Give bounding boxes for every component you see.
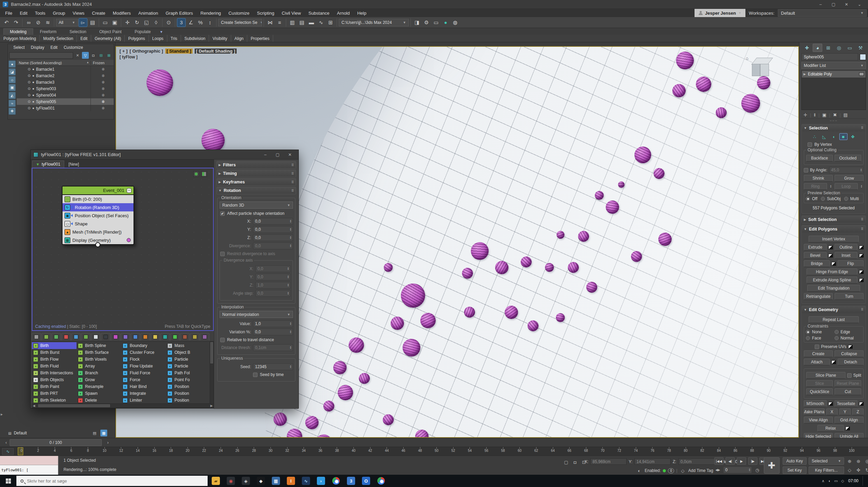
depot-operator-position[interactable]: ▪Position bbox=[166, 390, 210, 397]
divergence-field[interactable]: 0,0 ▲▼ bbox=[253, 242, 293, 249]
visibility-eye-icon[interactable]: ⊙ bbox=[28, 67, 30, 71]
depot-category-tab-5[interactable] bbox=[81, 333, 90, 340]
spinner-arrows-icon[interactable]: ▲▼ bbox=[289, 236, 293, 239]
visibility-eye-icon[interactable]: ⊙ bbox=[28, 80, 30, 84]
timeline-tick-20[interactable]: 20 bbox=[185, 447, 190, 456]
y-coordinate-field[interactable]: 14,941cm bbox=[634, 458, 671, 465]
cache-toggle-icon[interactable] bbox=[201, 171, 207, 177]
depot-operator-birth-prt[interactable]: ▪Birth PRT bbox=[32, 390, 76, 397]
time-slider-handle[interactable]: 0 / 100 bbox=[10, 439, 102, 446]
element-icon[interactable]: ❖ bbox=[849, 133, 857, 140]
edge-icon[interactable]: ◺ bbox=[820, 133, 828, 140]
depot-category-tab-7[interactable] bbox=[101, 333, 110, 340]
spinner-arrows-icon[interactable]: ▲▼ bbox=[286, 267, 290, 270]
taskbar-app-viewer[interactable]: ◈ bbox=[238, 475, 253, 487]
select-placement-icon[interactable]: ◊ bbox=[152, 18, 160, 27]
explorer-row-sphere004[interactable]: ⊙●Sphere004❄ bbox=[17, 92, 114, 98]
timeline-tick-54[interactable]: 54 bbox=[467, 447, 472, 456]
operator-mesh[interactable]: ▲Mesh (TriMesh [Render]) bbox=[62, 228, 134, 236]
frozen-snowflake-icon[interactable]: ❄ bbox=[101, 73, 105, 78]
extrude-along-spline-settings-icon[interactable] bbox=[859, 278, 864, 282]
ribbon-tab-modeling[interactable]: Modeling bbox=[3, 28, 33, 35]
show-desktop-button[interactable] bbox=[863, 476, 864, 486]
ribbon-group-modify-selection[interactable]: Modify Selection bbox=[40, 35, 77, 42]
taskbar-app-3dsmax[interactable]: 3 bbox=[344, 475, 359, 487]
track-bar[interactable]: ∿ 02468101214161820222426283032343638404… bbox=[0, 447, 868, 456]
viewcube-top-face[interactable] bbox=[751, 58, 773, 65]
relax-settings-icon[interactable] bbox=[845, 427, 850, 430]
taskbar-app-chrome[interactable] bbox=[328, 475, 344, 487]
tray-chevron-icon[interactable]: ∧ bbox=[822, 479, 824, 483]
percent-snap-icon[interactable]: % bbox=[196, 18, 205, 27]
viewport-menu-view[interactable]: [ Orthographic ] bbox=[129, 48, 163, 54]
hierarchy-tab-icon[interactable]: ⊞ bbox=[824, 44, 833, 52]
maximize-icon[interactable]: ▢ bbox=[828, 1, 839, 8]
operator-birth[interactable]: ∷Birth (0-0: 200) bbox=[62, 195, 134, 203]
checkbox-icon[interactable] bbox=[808, 142, 812, 147]
by-vertex-checkbox[interactable]: By Vertex bbox=[808, 142, 863, 147]
border-icon[interactable]: ◖ bbox=[830, 133, 838, 140]
timeline-tick-8[interactable]: 8 bbox=[86, 447, 90, 456]
depot-operator-hair-bind[interactable]: ▪Hair Bind bbox=[121, 383, 166, 390]
project-folder-field[interactable]: C:\Users\jj\...\3ds Max 2024▼ bbox=[339, 19, 409, 26]
bridge-settings-icon[interactable] bbox=[831, 262, 836, 266]
explorer-menu-edit[interactable]: Edit bbox=[48, 45, 60, 50]
taskbar-app-explorer[interactable]: ▰ bbox=[208, 475, 223, 487]
timeline-tick-14[interactable]: 14 bbox=[135, 447, 140, 456]
select-by-name-icon[interactable]: ▤ bbox=[88, 18, 97, 27]
rendered-frame-icon[interactable]: ▭ bbox=[432, 18, 440, 27]
tyflow-tab-tyflow001[interactable]: ▼tyFlow001 bbox=[32, 161, 64, 168]
depot-category-tab-4[interactable] bbox=[71, 333, 81, 340]
create-tab-icon[interactable]: ✚ bbox=[802, 44, 812, 52]
menu-views[interactable]: Views bbox=[69, 9, 88, 17]
axis-value-field[interactable]: 1,0▲▼ bbox=[255, 282, 291, 289]
go-to-start-icon[interactable]: |◀◀ bbox=[714, 457, 724, 465]
value-field[interactable]: 1,0 ▲▼ bbox=[253, 320, 293, 327]
time-configuration-icon[interactable]: ◷ bbox=[754, 467, 761, 473]
bevel-settings-icon[interactable] bbox=[828, 254, 833, 258]
taskbar-search[interactable] bbox=[16, 476, 208, 486]
reset-plane-button[interactable]: Reset Plane bbox=[835, 380, 861, 387]
timeline-tick-10[interactable]: 10 bbox=[102, 447, 107, 456]
frozen-cell[interactable]: ❄ bbox=[90, 92, 114, 98]
extrude-button[interactable]: Extrude bbox=[804, 244, 827, 251]
turn-button[interactable]: Turn bbox=[835, 293, 864, 300]
checkbox-icon[interactable] bbox=[253, 373, 257, 377]
depot-horizontal-scrollbar[interactable]: ◀ ▶ bbox=[32, 403, 214, 408]
depot-operator-birth-fluid[interactable]: ▪Birth Fluid bbox=[32, 363, 76, 370]
window-crossing-icon[interactable]: ▣ bbox=[110, 18, 119, 27]
depot-operator-birth-intersections[interactable]: ▪Birth Intersections bbox=[32, 370, 76, 376]
ribbon-group-align[interactable]: Align bbox=[231, 35, 248, 42]
timeline-tick-0[interactable]: 0 bbox=[19, 447, 24, 456]
stack-item-editable-poly[interactable]: ▶ Editable Poly bbox=[802, 71, 866, 78]
show-end-result-icon[interactable]: ‖ bbox=[814, 112, 815, 117]
modifier-list-dropdown[interactable]: Modifier List ▼ bbox=[801, 62, 866, 69]
timeline-tick-86[interactable]: 86 bbox=[733, 447, 738, 456]
display-color-dot[interactable] bbox=[127, 238, 131, 242]
polygon-icon[interactable]: ■ bbox=[839, 133, 848, 140]
spinner-snap-icon[interactable]: ↕ bbox=[206, 18, 214, 27]
ribbon-group-properties[interactable]: Properties bbox=[247, 35, 273, 42]
tray-icon-2[interactable]: ◇ bbox=[841, 479, 844, 483]
explorer-menu-select[interactable]: Select bbox=[11, 45, 27, 50]
select-and-move-icon[interactable]: ✛ bbox=[123, 18, 132, 27]
orbit-icon[interactable]: ↻ bbox=[864, 467, 868, 473]
spinner-arrows-icon[interactable]: ▲▼ bbox=[289, 228, 293, 231]
select-and-link-icon[interactable]: ∞ bbox=[24, 18, 33, 27]
redo-icon[interactable]: ↷ bbox=[12, 18, 20, 27]
seed-by-time-checkbox[interactable]: Seed by time bbox=[253, 372, 292, 377]
next-frame-icon[interactable]: › bbox=[104, 439, 111, 446]
outline-settings-icon[interactable] bbox=[859, 246, 864, 249]
depot-operator-birth-spline[interactable]: ▪Birth Spline bbox=[76, 342, 121, 349]
render-dot-icon[interactable]: ● bbox=[32, 93, 34, 97]
timeline-tick-56[interactable]: 56 bbox=[484, 447, 489, 456]
constraint-face-radio[interactable]: Face bbox=[806, 336, 833, 340]
utilities-tab-icon[interactable]: ⚒ bbox=[856, 44, 865, 52]
depot-category-tab-9[interactable] bbox=[121, 333, 130, 340]
rollout-timing[interactable]: ▶Timing⠿ bbox=[216, 170, 296, 177]
inset-button[interactable]: Inset bbox=[835, 252, 857, 259]
event-node-header[interactable]: Event_001 bbox=[62, 186, 134, 195]
set-key-button[interactable]: Set Key bbox=[783, 467, 807, 474]
frozen-cell[interactable]: ❄ bbox=[90, 105, 114, 111]
viewcube-right-face[interactable] bbox=[760, 64, 769, 76]
